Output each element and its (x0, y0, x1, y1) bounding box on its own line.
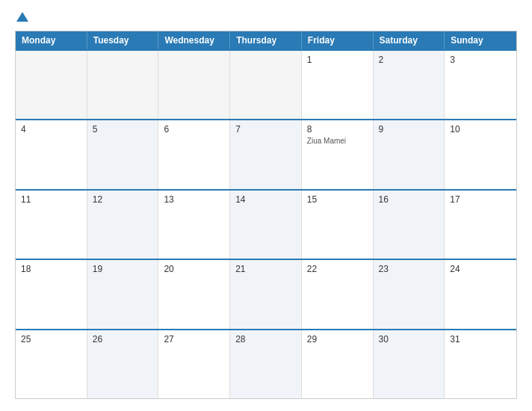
cal-cell: 16 (374, 191, 445, 259)
day-number: 31 (450, 334, 511, 344)
weekday-header-sunday: Sunday (445, 31, 516, 49)
cal-cell: 27 (158, 330, 230, 398)
week-row-4: 18192021222324 (16, 259, 516, 328)
cal-cell: 10 (445, 120, 516, 188)
cal-cell: 9 (374, 120, 445, 188)
day-number: 23 (379, 264, 439, 274)
day-number: 1 (307, 55, 368, 65)
cal-cell: 13 (158, 191, 230, 259)
event-label: Ziua Mamei (307, 137, 368, 145)
cal-cell: 3 (445, 51, 516, 119)
cal-cell: 15 (302, 191, 374, 259)
day-number: 17 (450, 194, 511, 205)
day-number: 27 (164, 334, 224, 344)
cal-cell (87, 51, 159, 119)
day-number: 7 (235, 124, 296, 135)
day-number: 24 (450, 264, 511, 274)
day-number: 6 (164, 124, 224, 135)
weekday-header-row: MondayTuesdayWednesdayThursdayFridaySatu… (16, 31, 516, 49)
weekday-header-monday: Monday (16, 31, 87, 49)
week-row-5: 25262728293031 (16, 329, 516, 398)
calendar-body: 12345678Ziua Mamei9101112131415161718192… (16, 49, 516, 398)
day-number: 26 (93, 334, 153, 344)
day-number: 29 (307, 334, 368, 344)
cal-cell: 25 (16, 330, 87, 398)
weekday-header-saturday: Saturday (374, 31, 445, 49)
cal-cell: 28 (230, 330, 302, 398)
day-number: 5 (93, 124, 153, 135)
cal-cell: 1 (302, 51, 374, 119)
day-number: 4 (21, 124, 81, 135)
cal-cell (230, 51, 302, 119)
day-number: 12 (93, 194, 153, 205)
calendar-grid: MondayTuesdayWednesdayThursdayFridaySatu… (15, 31, 517, 399)
day-number: 16 (379, 194, 439, 205)
week-row-1: 123 (16, 49, 516, 119)
day-number: 14 (235, 194, 296, 205)
day-number: 21 (235, 264, 296, 274)
day-number: 22 (307, 264, 368, 274)
weekday-header-wednesday: Wednesday (158, 31, 230, 49)
cal-cell: 21 (230, 260, 302, 328)
day-number: 9 (379, 124, 439, 135)
weekday-header-friday: Friday (302, 31, 374, 49)
cal-cell: 2 (374, 51, 445, 119)
cal-cell: 4 (16, 120, 87, 188)
logo-triangle-icon (16, 12, 28, 22)
day-number: 25 (21, 334, 81, 344)
cal-cell: 23 (374, 260, 445, 328)
cal-cell: 20 (158, 260, 230, 328)
day-number: 3 (450, 55, 511, 65)
cal-cell: 17 (445, 191, 516, 259)
day-number: 30 (379, 334, 439, 344)
cal-cell: 5 (87, 120, 159, 188)
cal-cell: 19 (87, 260, 159, 328)
day-number: 13 (164, 194, 224, 205)
week-row-2: 45678Ziua Mamei910 (16, 119, 516, 188)
cal-cell: 18 (16, 260, 87, 328)
header (15, 12, 517, 23)
day-number: 20 (164, 264, 224, 274)
cal-cell: 31 (445, 330, 516, 398)
week-row-3: 11121314151617 (16, 189, 516, 259)
day-number: 15 (307, 194, 368, 205)
cal-cell: 11 (16, 191, 87, 259)
cal-cell: 14 (230, 191, 302, 259)
day-number: 2 (379, 55, 439, 65)
cal-cell: 26 (87, 330, 159, 398)
cal-cell (16, 51, 87, 119)
weekday-header-thursday: Thursday (230, 31, 302, 49)
cal-cell: 12 (87, 191, 159, 259)
day-number: 28 (235, 334, 296, 344)
cal-cell: 8Ziua Mamei (302, 120, 374, 188)
logo (15, 12, 28, 23)
calendar-page: MondayTuesdayWednesdayThursdayFridaySatu… (0, 0, 532, 411)
cal-cell (158, 51, 230, 119)
weekday-header-tuesday: Tuesday (87, 31, 159, 49)
cal-cell: 24 (445, 260, 516, 328)
day-number: 19 (93, 264, 153, 274)
cal-cell: 22 (302, 260, 374, 328)
day-number: 18 (21, 264, 81, 274)
cal-cell: 29 (302, 330, 374, 398)
day-number: 10 (450, 124, 511, 135)
day-number: 11 (21, 194, 81, 205)
cal-cell: 7 (230, 120, 302, 188)
day-number: 8 (307, 124, 368, 135)
cal-cell: 6 (158, 120, 230, 188)
cal-cell: 30 (374, 330, 445, 398)
